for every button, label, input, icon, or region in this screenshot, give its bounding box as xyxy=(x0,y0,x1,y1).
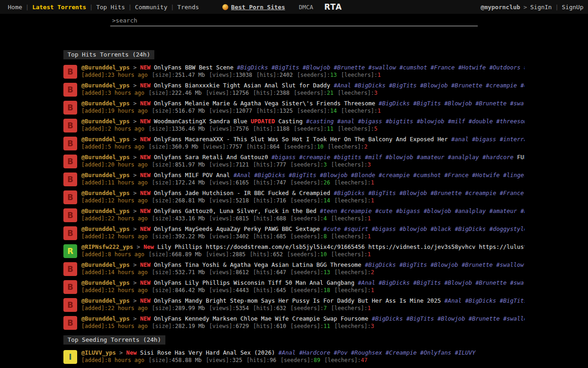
tag-link[interactable]: #Hotwife xyxy=(472,172,500,178)
tag-link[interactable]: #Brunette xyxy=(475,100,507,107)
tag-link[interactable]: #bigass xyxy=(358,118,382,125)
tag-link[interactable]: #swallow… xyxy=(503,315,525,322)
torrent-link[interactable]: OnlyFans Lily Phillips Wisconsin Tiff 50… xyxy=(154,279,355,286)
tag-link[interactable]: #BigDicks xyxy=(379,100,410,107)
tag-link[interactable]: #double xyxy=(469,118,493,125)
tag-link[interactable]: #bigtits xyxy=(385,118,413,125)
tag-link[interactable]: #Brunette xyxy=(334,64,365,71)
tag-link[interactable]: #blowjob xyxy=(417,118,444,125)
tag-link[interactable]: #bigtits xyxy=(334,154,361,161)
uploader-avatar[interactable]: B xyxy=(63,280,77,294)
tag-link[interactable]: #bigass xyxy=(396,207,420,214)
tag-link[interactable]: #BigDicks xyxy=(365,261,396,268)
tag-link[interactable]: #BigDicks xyxy=(355,82,386,89)
tag-link[interactable]: #cumshot xyxy=(399,64,427,71)
tag-link[interactable]: #Hotwife xyxy=(458,64,486,71)
tag-link[interactable]: #BigTits xyxy=(271,64,299,71)
torrent-link[interactable]: OnlyFans Tina Yoshi & Agatha Vega Asian … xyxy=(154,261,362,268)
tag-link[interactable]: #Brunette xyxy=(475,279,507,286)
uploader-avatar[interactable]: B xyxy=(63,101,77,115)
tag-link[interactable]: #Blowjob xyxy=(444,279,472,286)
tag-link[interactable]: #Blowjob xyxy=(420,82,448,89)
tag-link[interactable]: #Blowjob xyxy=(437,315,465,322)
nav-item-community[interactable]: Community xyxy=(132,4,170,11)
tag-link[interactable]: #hardcore xyxy=(482,154,514,161)
uploader-avatar[interactable]: B xyxy=(63,298,77,312)
nav-item-top-hits[interactable]: Top Hits xyxy=(93,4,128,11)
tag-link[interactable]: #Blowjob xyxy=(430,261,458,268)
tag-link[interactable]: #teen xyxy=(320,207,337,214)
uploader-link[interactable]: @RIPNsfw222_yps xyxy=(81,243,133,250)
torrent-link[interactable]: Lily Phillips https://doodstream.com/e/l… xyxy=(158,243,525,250)
tag-link[interactable]: #analplay xyxy=(448,154,479,161)
nav-item-trends[interactable]: Trends xyxy=(174,4,202,11)
tag-link[interactable]: #blowjob xyxy=(399,225,427,232)
tag-link[interactable]: #blowjob xyxy=(424,207,451,214)
uploader-link[interactable]: @ILUVV_yps xyxy=(81,349,116,356)
tag-link[interactable]: #squirt xyxy=(344,225,368,232)
tag-link[interactable]: #A… xyxy=(524,64,525,71)
tag-link[interactable]: #BigTits xyxy=(413,279,441,286)
tag-link[interactable]: #France xyxy=(500,190,524,196)
tag-link[interactable]: #cu… xyxy=(520,82,525,89)
uploader-link[interactable]: @Burunddel_yps xyxy=(81,118,130,125)
uploader-link[interactable]: @Burunddel_yps xyxy=(81,136,130,143)
tag-link[interactable]: #BigTits xyxy=(368,190,396,196)
tag-link[interactable]: #ha… xyxy=(520,207,525,214)
torrent-link[interactable]: OnlyFans Mandy Bright Step-mom Says Her … xyxy=(154,297,441,304)
tag-link[interactable]: #Blowjob xyxy=(320,172,347,178)
tag-link[interactable]: #creampie xyxy=(379,172,410,178)
tag-link[interactable]: #swallow xyxy=(368,64,396,71)
tag-link[interactable]: #BigDicks xyxy=(465,297,496,304)
torrent-link[interactable]: FULL… xyxy=(517,154,525,161)
best-porn-sites-link[interactable]: Best Porn Sites xyxy=(222,4,285,11)
tag-link[interactable]: #milf xyxy=(448,118,465,125)
tag-link[interactable]: #doggystyle xyxy=(489,225,525,232)
tag-link[interactable]: #Anal xyxy=(278,349,296,356)
tag-link[interactable]: #Pov xyxy=(334,349,347,356)
tag-link[interactable]: #BigTits xyxy=(289,172,317,178)
tag-link[interactable]: #Brunette xyxy=(430,190,462,196)
tag-link[interactable]: #BigTits xyxy=(399,261,427,268)
tag-link[interactable]: #Anal xyxy=(444,297,462,304)
tag-link[interactable]: #Blowjob xyxy=(444,100,472,107)
uploader-avatar[interactable]: B xyxy=(63,137,77,150)
signin-link[interactable]: SignIn xyxy=(530,4,552,11)
tag-link[interactable]: #analplay xyxy=(455,207,486,214)
tag-link[interactable]: #Brunette xyxy=(462,261,493,268)
tag-link[interactable]: #lingeri… xyxy=(503,172,525,178)
tag-link[interactable]: #swall… xyxy=(510,279,525,286)
uploader-link[interactable]: @Burunddel_yps xyxy=(81,261,130,268)
torrent-link[interactable]: Onlyfans MaySeeds AquaZay Perky PAWG BBC… xyxy=(154,225,320,232)
uploader-link[interactable]: @Burunddel_yps xyxy=(81,225,130,232)
tag-link[interactable]: #ILUVY xyxy=(455,349,475,356)
tag-link[interactable]: #bigass xyxy=(372,225,396,232)
torrent-link[interactable]: OnlyFans BBW Best Scene xyxy=(154,64,233,71)
tag-link[interactable]: #creampie xyxy=(340,207,372,214)
tag-link[interactable]: #Outdoors xyxy=(489,64,520,71)
tag-link[interactable]: #Anal xyxy=(233,172,251,178)
tag-link[interactable]: #Blonde xyxy=(351,172,375,178)
tag-link[interactable]: #BigDicks xyxy=(455,225,486,232)
uploader-avatar[interactable]: B xyxy=(63,83,77,97)
uploader-avatar[interactable]: B xyxy=(63,226,77,240)
uploader-avatar[interactable]: R xyxy=(63,244,77,258)
uploader-link[interactable]: @Burunddel_yps xyxy=(81,172,130,178)
torrent-link[interactable]: OnlyFans Gattouz0, Luna Silver, Fuck in … xyxy=(154,207,317,214)
tag-link[interactable]: #Roughsex xyxy=(351,349,382,356)
tag-link[interactable]: #creampie xyxy=(299,154,330,161)
uploader-link[interactable]: @Burunddel_yps xyxy=(81,279,130,286)
tag-link[interactable]: #casting xyxy=(306,118,334,125)
tag-link[interactable]: #Brunette xyxy=(469,315,500,322)
torrent-link[interactable]: OnlyFans Bianxxxkie Tight Asian Anal Slu… xyxy=(154,82,330,89)
tag-link[interactable]: #France xyxy=(430,64,455,71)
uploader-avatar[interactable]: B xyxy=(63,208,77,222)
torrent-link[interactable]: Casting xyxy=(278,118,303,125)
uploader-avatar[interactable]: B xyxy=(63,155,77,168)
rta-logo[interactable]: RTA xyxy=(324,2,342,12)
tag-link[interactable]: #Brunette xyxy=(451,82,482,89)
tag-link[interactable]: #threesome… xyxy=(496,118,525,125)
uploader-avatar[interactable]: B xyxy=(63,262,77,276)
tag-link[interactable]: #BigTits xyxy=(500,297,525,304)
tag-link[interactable]: #France xyxy=(444,172,469,178)
